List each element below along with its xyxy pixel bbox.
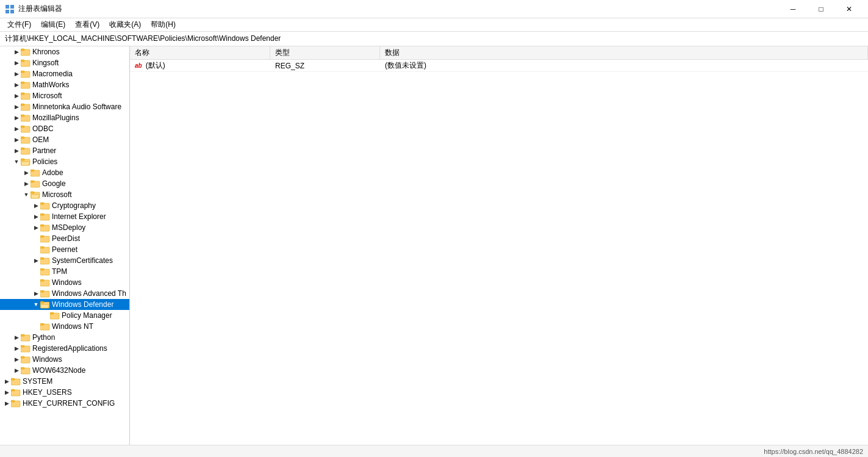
maximize-button[interactable]: □ (807, 0, 835, 18)
data-row[interactable]: ab(默认)REG_SZ(数值未设置) (130, 60, 868, 72)
tree-arrow-khronos[interactable]: ▶ (12, 49, 21, 55)
data-cell-value: (数值未设置) (380, 60, 868, 71)
folder-icon-microsoft (21, 92, 30, 100)
menu-file[interactable]: 文件(F) (2, 18, 36, 31)
tree-arrow-odbc[interactable]: ▶ (12, 126, 21, 132)
folder-icon-windowsdefender (40, 300, 50, 309)
tree-arrow-macromedia[interactable]: ▶ (12, 71, 21, 77)
svg-rect-17 (21, 115, 24, 117)
tree-label-hkeyusers: HKEY_USERS (23, 388, 72, 397)
svg-rect-37 (40, 225, 44, 226)
tree-arrow-oem[interactable]: ▶ (12, 137, 21, 143)
menu-help[interactable]: 帮助(H) (146, 18, 181, 31)
tree-arrow-mathworks[interactable]: ▶ (12, 82, 21, 88)
tree-item-systemcertificates[interactable]: ▶ SystemCertificates (0, 255, 129, 266)
tree-arrow-windowsdefender[interactable]: ▼ (32, 301, 40, 308)
folder-icon-oem (21, 135, 30, 144)
tree-label-tpm: TPM (52, 267, 67, 276)
tree-arrow-policies[interactable]: ▼ (12, 159, 21, 165)
tree-arrow-wow6432node[interactable]: ▶ (12, 367, 21, 373)
tree-arrow-internetexplorer[interactable]: ▶ (32, 214, 40, 220)
tree-item-policies[interactable]: ▼ Policies (0, 156, 129, 167)
svg-rect-13 (21, 93, 24, 95)
tree-item-khronos[interactable]: ▶ Khronos (0, 46, 129, 57)
close-button[interactable]: ✕ (835, 0, 863, 18)
svg-rect-33 (40, 203, 44, 204)
tree-arrow-python[interactable]: ▶ (12, 334, 21, 340)
svg-rect-57 (21, 334, 24, 336)
tree-arrow-minnetonka[interactable]: ▶ (12, 104, 21, 110)
tree-arrow-registeredapps[interactable]: ▶ (12, 345, 21, 351)
svg-rect-15 (21, 104, 24, 106)
tree-item-mathworks[interactable]: ▶ MathWorks (0, 79, 129, 90)
tree-arrow-windows2[interactable]: ▶ (12, 356, 21, 362)
tree-item-hkeycurrentconfig[interactable]: ▶ HKEY_CURRENT_CONFIG (0, 398, 129, 409)
tree-item-windowsnt[interactable]: Windows NT (0, 321, 129, 332)
tree-label-policymanager: Policy Manager (62, 311, 112, 320)
tree-item-windowsdefender[interactable]: ▼ Windows Defender (0, 299, 129, 310)
tree-item-windowsadvanced[interactable]: ▶ Windows Advanced Th (0, 288, 129, 299)
tree-arrow-microsoft2[interactable]: ▼ (22, 192, 30, 198)
tree-arrow-hkeycurrentconfig[interactable]: ▶ (2, 400, 11, 406)
tree-item-microsoft[interactable]: ▶ Microsoft (0, 90, 129, 101)
tree-item-partner[interactable]: ▶ Partner (0, 145, 129, 156)
tree-arrow-systemcertificates[interactable]: ▶ (32, 257, 40, 264)
tree-item-wow6432node[interactable]: ▶ WOW6432Node (0, 365, 129, 376)
tree-arrow-system[interactable]: ▶ (2, 378, 11, 384)
tree-item-windows[interactable]: Windows (0, 277, 129, 288)
tree-label-hkeycurrentconfig: HKEY_CURRENT_CONFIG (23, 399, 115, 408)
tree-panel[interactable]: ▶ Khronos▶ Kingsoft▶ Macromedia▶ MathWor… (0, 46, 130, 445)
folder-icon-odbc (21, 124, 30, 133)
menu-edit[interactable]: 编辑(E) (36, 18, 70, 31)
tree-arrow-adobe[interactable]: ▶ (22, 170, 30, 176)
tree-item-macromedia[interactable]: ▶ Macromedia (0, 68, 129, 79)
tree-arrow-kingsoft[interactable]: ▶ (12, 60, 21, 66)
tree-item-google[interactable]: ▶ Google (0, 178, 129, 189)
tree-item-microsoft2[interactable]: ▼ Microsoft (0, 189, 129, 200)
tree-arrow-partner[interactable]: ▶ (12, 148, 21, 154)
folder-icon-peerdist (40, 234, 50, 243)
svg-rect-39 (40, 236, 44, 237)
menu-favorites[interactable]: 收藏夹(A) (104, 18, 146, 31)
tree-item-tpm[interactable]: TPM (0, 266, 129, 277)
minimize-button[interactable]: ─ (779, 0, 807, 18)
svg-rect-61 (21, 356, 24, 358)
tree-arrow-microsoft[interactable]: ▶ (12, 93, 21, 99)
tree-arrow-msdeploy[interactable]: ▶ (32, 225, 40, 231)
tree-label-mozillaplugins: MozillaPlugins (32, 113, 79, 122)
tree-arrow-cryptography[interactable]: ▶ (32, 203, 40, 209)
tree-item-msdeploy[interactable]: ▶ MSDeploy (0, 222, 129, 233)
tree-item-peerdist[interactable]: PeerDist (0, 233, 129, 244)
menu-bar: 文件(F) 编辑(E) 查看(V) 收藏夹(A) 帮助(H) (0, 18, 868, 32)
tree-item-odbc[interactable]: ▶ ODBC (0, 123, 129, 134)
svg-rect-19 (21, 126, 24, 128)
tree-label-windowsnt: Windows NT (52, 322, 93, 331)
menu-view[interactable]: 查看(V) (70, 18, 104, 31)
tree-arrow-windowsadvanced[interactable]: ▶ (32, 290, 40, 297)
tree-item-windows2[interactable]: ▶ Windows (0, 354, 129, 365)
tree-arrow-mozillaplugins[interactable]: ▶ (12, 115, 21, 121)
svg-rect-11 (21, 82, 24, 84)
tree-item-policymanager[interactable]: Policy Manager (0, 310, 129, 321)
folder-icon-msdeploy (40, 223, 50, 232)
tree-item-kingsoft[interactable]: ▶ Kingsoft (0, 57, 129, 68)
tree-label-partner: Partner (32, 146, 56, 155)
folder-icon-windowsnt (40, 322, 50, 331)
tree-item-system[interactable]: ▶ SYSTEM (0, 376, 129, 387)
tree-arrow-google[interactable]: ▶ (22, 181, 30, 187)
tree-item-python[interactable]: ▶ Python (0, 332, 129, 343)
tree-item-mozillaplugins[interactable]: ▶ MozillaPlugins (0, 112, 129, 123)
tree-arrow-hkeyusers[interactable]: ▶ (2, 389, 11, 395)
svg-rect-0 (5, 5, 9, 9)
tree-item-registeredapps[interactable]: ▶ RegisteredApplications (0, 343, 129, 354)
tree-item-cryptography[interactable]: ▶ Cryptography (0, 200, 129, 211)
tree-item-oem[interactable]: ▶ OEM (0, 134, 129, 145)
svg-rect-27 (30, 170, 34, 171)
tree-item-peernet[interactable]: Peernet (0, 244, 129, 255)
tree-item-adobe[interactable]: ▶ Adobe (0, 167, 129, 178)
tree-item-internetexplorer[interactable]: ▶ Internet Explorer (0, 211, 129, 222)
folder-icon-systemcertificates (40, 256, 50, 265)
tree-label-minnetonka: Minnetonka Audio Software (32, 103, 121, 111)
tree-item-hkeyusers[interactable]: ▶ HKEY_USERS (0, 387, 129, 398)
tree-item-minnetonka[interactable]: ▶ Minnetonka Audio Software (0, 101, 129, 112)
